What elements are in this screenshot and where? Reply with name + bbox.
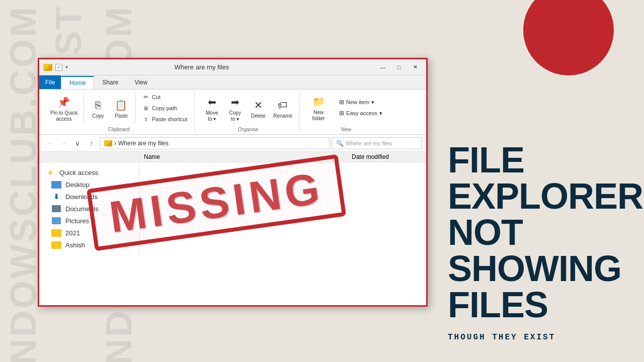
close-button[interactable]: ✕ [408,62,422,72]
clipboard-divider-2 [135,93,136,123]
ribbon-group-new: 📁 Newfolder ⊞ New item ▾ ⊞ Easy access ▾ [302,92,390,132]
folder-2021-label: 2021 [65,229,80,237]
copy-path-icon: ⊞ [142,104,150,112]
desktop-label: Desktop [65,181,90,189]
new-group-top: 📁 Newfolder ⊞ New item ▾ ⊞ Easy access ▾ [306,92,386,124]
address-path: Where are my files [118,140,169,147]
address-text: › [114,140,116,147]
ribbon-group-organise: ⬅ Moveto ▾ ➡ Copyto ▾ ✕ Delete 🏷 Rename … [197,92,300,132]
copy-path-button[interactable]: ⊞ Copy path [139,103,190,113]
paste-shortcut-button[interactable]: ⇪ Paste shortcut [139,114,190,124]
search-icon: 🔍 [336,140,344,147]
paste-button[interactable]: 📋 Paste [110,95,132,121]
ashish-label: Ashish [65,241,85,249]
new-folder-icon: 📁 [310,94,327,110]
back-button[interactable]: ← [43,137,55,149]
recent-button[interactable]: ∨ [71,137,84,149]
tab-view[interactable]: View [126,75,155,89]
new-small-buttons: ⊞ New item ▾ ⊞ Easy access ▾ [335,97,386,118]
pictures-icon [51,217,61,225]
navigation-bar: ← → ∨ ↑ › Where are my files 🔍 Where are… [39,135,426,152]
title-bar: ✓ ▾ Where are my files — □ ✕ [39,59,426,75]
clipboard-divider-1 [84,93,84,123]
paste-shortcut-icon: ⇪ [142,115,150,123]
new-item-button[interactable]: ⊞ New item ▾ [335,97,386,107]
pin-icon: 📌 [56,94,72,110]
new-buttons: 📁 Newfolder ⊞ New item ▾ ⊞ Easy access ▾ [306,92,386,125]
clipboard-buttons: 📌 Pin to Quick access ⎘ Copy 📋 Paste [47,92,190,125]
quick-access-icon: ★ [45,168,55,176]
forward-button[interactable]: → [57,137,69,149]
search-bar[interactable]: 🔍 Where are my files [332,137,422,149]
rename-button[interactable]: 🏷 Rename [270,95,295,121]
new-group-label: New [341,125,351,132]
copy-button[interactable]: ⎘ Copy [87,95,109,121]
titlebar-controls: — □ ✕ [376,62,422,72]
pictures-label: Pictures [65,217,89,225]
address-folder-icon [104,140,112,146]
folder-2021-icon [51,229,61,237]
cut-icon: ✂ [142,93,150,101]
copy-icon: ⎘ [90,97,106,113]
documents-icon [51,205,61,213]
cut-button[interactable]: ✂ Cut [139,92,190,102]
titlebar-arrow: ▾ [65,64,68,70]
up-button[interactable]: ↑ [86,137,98,149]
copy-to-button[interactable]: ➡ Copyto ▾ [224,92,246,124]
ribbon-content: 📌 Pin to Quick access ⎘ Copy 📋 Paste [39,89,426,135]
titlebar-title: Where are my files [71,63,333,71]
rename-icon: 🏷 [275,97,291,113]
sidebar-spacer [43,153,144,160]
tab-share[interactable]: Share [94,75,126,89]
desktop-icon [51,180,61,189]
titlebar-folder-icon [43,64,52,71]
article-section: FILE EXPLORER NOT SHOWING FILES THOUGH T… [428,0,644,362]
copy-to-icon: ➡ [227,94,243,110]
organise-buttons: ⬅ Moveto ▾ ➡ Copyto ▾ ✕ Delete 🏷 Rename [201,92,295,125]
new-folder-button[interactable]: 📁 Newfolder [306,92,331,124]
ribbon-tabs: File Home Share View [39,75,426,89]
downloads-icon: ⬇ [51,193,61,201]
move-to-icon: ⬅ [204,94,220,110]
easy-access-button[interactable]: ⊞ Easy access ▾ [335,108,386,118]
organise-label: Organise [238,125,259,132]
tab-file[interactable]: File [39,75,61,89]
clipboard-label: Clipboard [108,125,130,132]
paste-icon: 📋 [113,97,129,113]
minimize-button[interactable]: — [376,62,390,72]
article-subtitle: THOUGH THEY EXIST [448,333,624,342]
delete-button[interactable]: ✕ Delete [247,95,269,121]
tab-home[interactable]: Home [61,76,94,89]
move-to-button[interactable]: ⬅ Moveto ▾ [201,92,223,124]
pin-to-quick-access-button[interactable]: 📌 Pin to Quick access [47,92,80,124]
col-date-modified: Date modified [352,153,422,160]
ribbon-group-clipboard: 📌 Pin to Quick access ⎘ Copy 📋 Paste [43,92,195,132]
missing-stamp-inner: MISSING [87,154,346,251]
easy-access-icon: ⊞ [339,110,344,117]
search-placeholder: Where are my files [346,140,392,146]
new-item-icon: ⊞ [339,99,344,106]
delete-icon: ✕ [250,97,266,113]
titlebar-checkbox[interactable]: ✓ [55,64,62,71]
clipboard-small-buttons: ✂ Cut ⊞ Copy path ⇪ Paste shortcut [139,92,190,125]
article-title: FILE EXPLORER NOT SHOWING FILES [448,142,624,323]
watermark-text-1: THEWINDOWSCLUB.COM [5,5,41,362]
maximize-button[interactable]: □ [392,62,406,72]
folder-ashish-icon [51,241,61,249]
